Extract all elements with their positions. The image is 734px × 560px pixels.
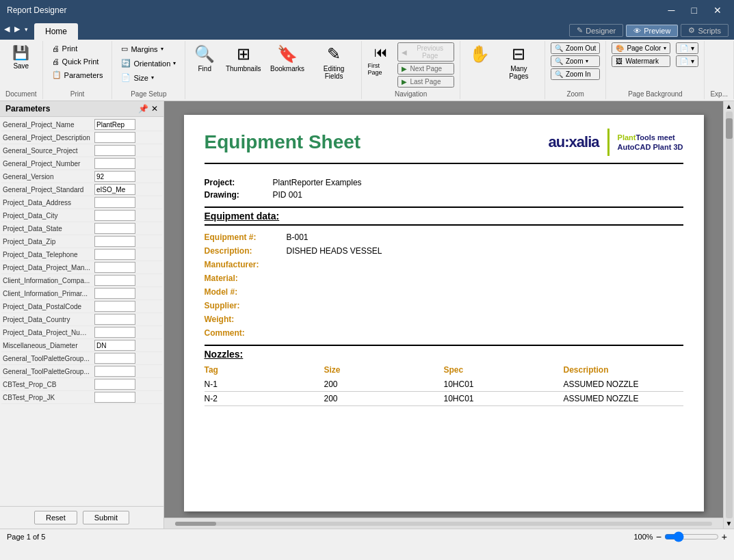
zoom-minus-button[interactable]: − (656, 531, 661, 542)
scroll-down-button[interactable]: ▼ (726, 520, 733, 527)
nozzle-spec: 10HC01 (444, 394, 564, 403)
close-button[interactable]: ✕ (708, 3, 727, 17)
editing-fields-button[interactable]: ✎ Editing Fields (312, 42, 356, 82)
view-preview-btn[interactable]: 👁 Preview (626, 25, 678, 37)
equipment-row: Model #: (205, 287, 683, 297)
quick-access-dropdown[interactable]: ▾ (23, 25, 29, 34)
margins-button[interactable]: ▭ Margins ▾ (118, 42, 179, 55)
orientation-dropdown-icon: ▾ (173, 60, 176, 66)
report-header: Equipment Sheet au:xalia PlantTools meet… (205, 129, 683, 164)
param-input[interactable] (94, 379, 135, 390)
view-scripts-btn[interactable]: ⚙ Scripts (681, 24, 729, 37)
horizontal-scrollbar[interactable] (164, 518, 723, 529)
first-page-button[interactable]: ⏮ (367, 42, 395, 62)
next-icon: ▶ (402, 65, 407, 72)
quick-print-button[interactable]: 🖨 Quick Print (49, 55, 107, 68)
param-input[interactable] (94, 197, 135, 208)
equipment-row: Weight: (205, 315, 683, 324)
param-input[interactable] (94, 132, 135, 143)
export-dropdown-2: ▾ (691, 57, 694, 65)
param-input[interactable] (94, 340, 135, 351)
vertical-scrollbar[interactable]: ▲ ▼ (723, 101, 734, 529)
param-input[interactable] (94, 288, 135, 299)
save-button[interactable]: 💾 Save (8, 42, 35, 72)
minimize-button[interactable]: ─ (663, 3, 681, 17)
param-label: General_Project_Standard (3, 186, 92, 194)
hand-tool-button[interactable]: ✋ (466, 42, 493, 66)
export-section-label: Exp... (710, 90, 728, 98)
next-page-label: Next Page (410, 65, 442, 72)
next-page-button[interactable]: ▶ Next Page (397, 63, 454, 75)
logo-divider (607, 129, 610, 156)
param-input[interactable] (94, 301, 135, 312)
page-color-button[interactable]: 🎨 Page Color ▾ (612, 42, 670, 54)
orientation-button[interactable]: 🔄 Orientation ▾ (118, 57, 179, 70)
zoom-plus-button[interactable]: + (722, 531, 727, 542)
param-input[interactable] (94, 314, 135, 325)
param-input[interactable] (94, 353, 135, 364)
param-label: General_Version (3, 173, 92, 181)
quick-access-forward[interactable]: ▶ (13, 23, 21, 35)
zoom-slider[interactable] (664, 531, 719, 542)
reset-button[interactable]: Reset (34, 511, 77, 524)
zoom-out-button[interactable]: 🔍 Zoom Out (551, 42, 600, 54)
export-btn-1[interactable]: 📄 ▾ (676, 42, 698, 54)
param-input[interactable] (94, 223, 135, 234)
many-pages-label: Many Pages (502, 65, 536, 80)
params-pin-button[interactable]: 📌 (138, 104, 148, 114)
parameters-icon: 📋 (52, 70, 62, 79)
param-input[interactable] (94, 145, 135, 156)
size-button[interactable]: 📄 Size ▾ (118, 71, 179, 84)
param-input[interactable] (94, 275, 135, 286)
param-input[interactable] (94, 184, 135, 195)
param-row: Miscellaneous_Diameter (1, 339, 162, 352)
preview-area[interactable]: Equipment Sheet au:xalia PlantTools meet… (164, 101, 723, 518)
margins-icon: ▭ (121, 44, 128, 53)
parameters-button[interactable]: 📋 Parameters (49, 68, 107, 81)
param-input[interactable] (94, 236, 135, 247)
previous-page-button[interactable]: ◀ Previous Page (397, 42, 454, 62)
param-row: General_ToolPaletteGroup... (1, 365, 162, 378)
hand-icon: ✋ (469, 44, 490, 64)
save-icon: 💾 (12, 44, 29, 61)
equipment-field-label: Equipment #: (205, 232, 287, 242)
quick-access-back[interactable]: ◀ (3, 23, 11, 35)
submit-button[interactable]: Submit (83, 511, 129, 524)
tab-home[interactable]: Home (34, 23, 78, 40)
param-input[interactable] (94, 171, 135, 182)
maximize-button[interactable]: □ (686, 3, 703, 17)
param-input[interactable] (94, 262, 135, 273)
many-pages-button[interactable]: ⊟ Many Pages (499, 42, 539, 82)
find-button[interactable]: 🔍 Find (191, 42, 218, 75)
params-close-button[interactable]: ✕ (151, 104, 158, 114)
zoom-in-label: Zoom In (566, 70, 591, 78)
param-input[interactable] (94, 249, 135, 260)
first-page-label: First Page (367, 62, 395, 76)
bookmarks-button[interactable]: 🔖 Bookmarks (268, 42, 306, 75)
thumbnails-button[interactable]: ⊞ Thumbnails (224, 42, 263, 75)
zoom-in-button[interactable]: 🔍 Zoom In (551, 68, 600, 80)
param-input[interactable] (94, 327, 135, 338)
param-input[interactable] (94, 119, 135, 130)
param-input[interactable] (94, 392, 135, 403)
parameters-list: General_Project_NameGeneral_Project_Desc… (0, 117, 163, 506)
print-button[interactable]: 🖨 Print (49, 42, 107, 55)
last-page-button[interactable]: ▶ Last Page (397, 76, 454, 88)
view-designer-btn[interactable]: ✎ Designer (569, 24, 623, 37)
save-label: Save (13, 62, 29, 70)
nozzle-row: N-120010HC01ASSUMED NOZZLE (205, 377, 683, 392)
export-btn-2[interactable]: 📄 ▾ (676, 55, 698, 67)
equipment-field-label: Description: (205, 246, 287, 256)
param-input[interactable] (94, 210, 135, 221)
watermark-button[interactable]: 🖼 Watermark (612, 55, 670, 67)
param-label: General_Source_Project (3, 147, 92, 155)
param-input[interactable] (94, 366, 135, 377)
nozzle-size: 200 (324, 379, 444, 389)
param-input[interactable] (94, 158, 135, 169)
equipment-field-label: Model #: (205, 287, 287, 297)
param-label: General_ToolPaletteGroup... (3, 355, 92, 362)
nozzle-description: ASSUMED NOZZLE (564, 394, 683, 403)
ribbon-section-print: 🖨 Print 🖨 Quick Print 📋 Parameters Print (43, 41, 113, 99)
zoom-button[interactable]: 🔍 Zoom ▾ (551, 55, 600, 67)
scroll-up-button[interactable]: ▲ (726, 103, 733, 110)
